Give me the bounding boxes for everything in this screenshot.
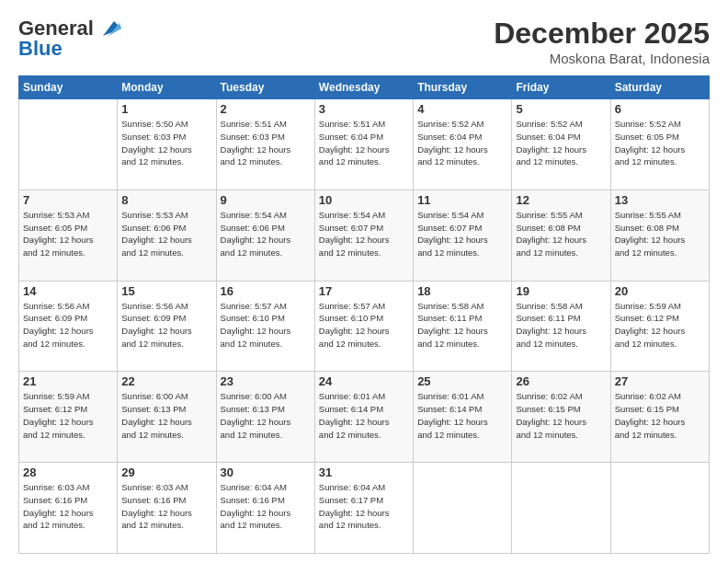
table-row: 10Sunrise: 5:54 AM Sunset: 6:07 PM Dayli… bbox=[314, 190, 413, 281]
day-info: Sunrise: 6:03 AM Sunset: 6:16 PM Dayligh… bbox=[121, 481, 211, 532]
day-number: 30 bbox=[221, 465, 311, 479]
logo: General Blue bbox=[18, 17, 121, 61]
table-row: 18Sunrise: 5:58 AM Sunset: 6:11 PM Dayli… bbox=[414, 281, 512, 372]
day-info: Sunrise: 5:53 AM Sunset: 6:05 PM Dayligh… bbox=[23, 209, 113, 259]
day-info: Sunrise: 6:02 AM Sunset: 6:15 PM Dayligh… bbox=[516, 390, 606, 441]
table-row: 19Sunrise: 5:58 AM Sunset: 6:11 PM Dayli… bbox=[512, 281, 610, 372]
page: General Blue December 2025 Moskona Barat… bbox=[0, 0, 728, 563]
col-sunday: Sunday bbox=[19, 76, 118, 99]
table-row bbox=[19, 99, 118, 190]
table-row: 28Sunrise: 6:03 AM Sunset: 6:16 PM Dayli… bbox=[19, 463, 118, 554]
table-row: 20Sunrise: 5:59 AM Sunset: 6:12 PM Dayli… bbox=[610, 281, 709, 372]
day-number: 5 bbox=[516, 102, 606, 116]
day-info: Sunrise: 6:04 AM Sunset: 6:17 PM Dayligh… bbox=[319, 481, 409, 532]
day-info: Sunrise: 5:54 AM Sunset: 6:06 PM Dayligh… bbox=[221, 209, 311, 259]
calendar-header-row: Sunday Monday Tuesday Wednesday Thursday… bbox=[19, 76, 710, 99]
table-row: 11Sunrise: 5:54 AM Sunset: 6:07 PM Dayli… bbox=[414, 190, 512, 281]
day-info: Sunrise: 5:51 AM Sunset: 6:03 PM Dayligh… bbox=[221, 118, 311, 168]
day-info: Sunrise: 5:57 AM Sunset: 6:10 PM Dayligh… bbox=[319, 300, 409, 350]
day-info: Sunrise: 6:03 AM Sunset: 6:16 PM Dayligh… bbox=[23, 481, 113, 532]
day-number: 31 bbox=[319, 465, 409, 479]
day-info: Sunrise: 5:58 AM Sunset: 6:11 PM Dayligh… bbox=[417, 300, 507, 350]
day-number: 23 bbox=[221, 374, 311, 388]
day-number: 9 bbox=[221, 193, 311, 207]
table-row: 4Sunrise: 5:52 AM Sunset: 6:04 PM Daylig… bbox=[414, 99, 512, 190]
day-number: 13 bbox=[615, 193, 705, 207]
table-row: 22Sunrise: 6:00 AM Sunset: 6:13 PM Dayli… bbox=[118, 372, 216, 463]
day-info: Sunrise: 5:52 AM Sunset: 6:04 PM Dayligh… bbox=[417, 118, 507, 168]
table-row: 16Sunrise: 5:57 AM Sunset: 6:10 PM Dayli… bbox=[216, 281, 314, 372]
day-info: Sunrise: 5:58 AM Sunset: 6:11 PM Dayligh… bbox=[516, 300, 606, 350]
location: Moskona Barat, Indonesia bbox=[494, 51, 710, 66]
day-number: 3 bbox=[319, 102, 409, 116]
day-number: 16 bbox=[221, 284, 311, 298]
table-row: 23Sunrise: 6:00 AM Sunset: 6:13 PM Dayli… bbox=[216, 372, 314, 463]
day-number: 25 bbox=[417, 374, 507, 388]
day-number: 19 bbox=[516, 284, 606, 298]
table-row: 1Sunrise: 5:50 AM Sunset: 6:03 PM Daylig… bbox=[118, 99, 216, 190]
day-number: 14 bbox=[23, 284, 113, 298]
day-info: Sunrise: 6:04 AM Sunset: 6:16 PM Dayligh… bbox=[221, 481, 311, 532]
day-number: 22 bbox=[121, 374, 211, 388]
col-thursday: Thursday bbox=[414, 76, 512, 99]
table-row: 13Sunrise: 5:55 AM Sunset: 6:08 PM Dayli… bbox=[610, 190, 709, 281]
table-row: 3Sunrise: 5:51 AM Sunset: 6:04 PM Daylig… bbox=[314, 99, 413, 190]
calendar-table: Sunday Monday Tuesday Wednesday Thursday… bbox=[18, 75, 710, 554]
day-info: Sunrise: 5:59 AM Sunset: 6:12 PM Dayligh… bbox=[615, 300, 705, 350]
day-number: 29 bbox=[121, 465, 211, 479]
day-info: Sunrise: 6:01 AM Sunset: 6:14 PM Dayligh… bbox=[319, 390, 409, 441]
col-friday: Friday bbox=[512, 76, 610, 99]
day-info: Sunrise: 6:00 AM Sunset: 6:13 PM Dayligh… bbox=[121, 390, 211, 441]
day-number: 10 bbox=[319, 193, 409, 207]
table-row: 24Sunrise: 6:01 AM Sunset: 6:14 PM Dayli… bbox=[314, 372, 413, 463]
table-row bbox=[512, 463, 610, 554]
table-row: 15Sunrise: 5:56 AM Sunset: 6:09 PM Dayli… bbox=[118, 281, 216, 372]
day-info: Sunrise: 5:51 AM Sunset: 6:04 PM Dayligh… bbox=[319, 118, 409, 168]
day-number: 21 bbox=[23, 374, 113, 388]
table-row: 2Sunrise: 5:51 AM Sunset: 6:03 PM Daylig… bbox=[216, 99, 314, 190]
table-row bbox=[414, 463, 512, 554]
day-info: Sunrise: 5:55 AM Sunset: 6:08 PM Dayligh… bbox=[516, 209, 606, 259]
day-number: 12 bbox=[516, 193, 606, 207]
table-row: 6Sunrise: 5:52 AM Sunset: 6:05 PM Daylig… bbox=[610, 99, 709, 190]
day-info: Sunrise: 5:50 AM Sunset: 6:03 PM Dayligh… bbox=[121, 118, 211, 168]
day-number: 26 bbox=[516, 374, 606, 388]
day-info: Sunrise: 6:01 AM Sunset: 6:14 PM Dayligh… bbox=[417, 390, 507, 441]
logo-icon bbox=[96, 19, 121, 38]
day-number: 7 bbox=[23, 193, 113, 207]
day-number: 24 bbox=[319, 374, 409, 388]
title-block: December 2025 Moskona Barat, Indonesia bbox=[494, 17, 710, 66]
table-row: 8Sunrise: 5:53 AM Sunset: 6:06 PM Daylig… bbox=[118, 190, 216, 281]
table-row bbox=[610, 463, 709, 554]
day-info: Sunrise: 5:55 AM Sunset: 6:08 PM Dayligh… bbox=[615, 209, 705, 259]
day-info: Sunrise: 5:56 AM Sunset: 6:09 PM Dayligh… bbox=[121, 300, 211, 350]
day-number: 27 bbox=[615, 374, 705, 388]
table-row: 27Sunrise: 6:02 AM Sunset: 6:15 PM Dayli… bbox=[610, 372, 709, 463]
day-number: 20 bbox=[615, 284, 705, 298]
day-number: 4 bbox=[417, 102, 507, 116]
col-tuesday: Tuesday bbox=[216, 76, 314, 99]
day-number: 17 bbox=[319, 284, 409, 298]
table-row: 9Sunrise: 5:54 AM Sunset: 6:06 PM Daylig… bbox=[216, 190, 314, 281]
table-row: 14Sunrise: 5:56 AM Sunset: 6:09 PM Dayli… bbox=[19, 281, 118, 372]
table-row: 26Sunrise: 6:02 AM Sunset: 6:15 PM Dayli… bbox=[512, 372, 610, 463]
day-info: Sunrise: 5:56 AM Sunset: 6:09 PM Dayligh… bbox=[23, 300, 113, 350]
day-number: 15 bbox=[121, 284, 211, 298]
table-row: 7Sunrise: 5:53 AM Sunset: 6:05 PM Daylig… bbox=[19, 190, 118, 281]
day-number: 2 bbox=[221, 102, 311, 116]
day-info: Sunrise: 6:02 AM Sunset: 6:15 PM Dayligh… bbox=[615, 390, 705, 441]
table-row: 30Sunrise: 6:04 AM Sunset: 6:16 PM Dayli… bbox=[216, 463, 314, 554]
table-row: 12Sunrise: 5:55 AM Sunset: 6:08 PM Dayli… bbox=[512, 190, 610, 281]
day-number: 1 bbox=[121, 102, 211, 116]
day-number: 6 bbox=[615, 102, 705, 116]
table-row: 5Sunrise: 5:52 AM Sunset: 6:04 PM Daylig… bbox=[512, 99, 610, 190]
month-title: December 2025 bbox=[494, 17, 710, 51]
day-info: Sunrise: 5:59 AM Sunset: 6:12 PM Dayligh… bbox=[23, 390, 113, 441]
day-info: Sunrise: 5:52 AM Sunset: 6:04 PM Dayligh… bbox=[516, 118, 606, 168]
header: General Blue December 2025 Moskona Barat… bbox=[18, 17, 710, 66]
table-row: 29Sunrise: 6:03 AM Sunset: 6:16 PM Dayli… bbox=[118, 463, 216, 554]
day-info: Sunrise: 5:53 AM Sunset: 6:06 PM Dayligh… bbox=[121, 209, 211, 259]
col-monday: Monday bbox=[118, 76, 216, 99]
day-number: 11 bbox=[417, 193, 507, 207]
day-info: Sunrise: 6:00 AM Sunset: 6:13 PM Dayligh… bbox=[221, 390, 311, 441]
